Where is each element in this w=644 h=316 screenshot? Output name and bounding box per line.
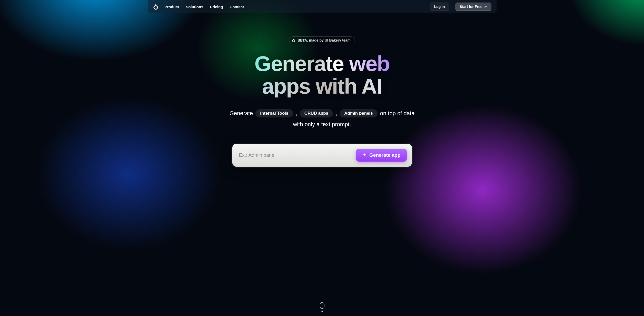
chip-internal-tools[interactable]: Internal Tools: [255, 109, 293, 117]
beta-badge: BETA, made by UI Bakery team: [289, 36, 355, 44]
login-button[interactable]: Log in: [430, 3, 449, 11]
hero-subline: Generate Internal Tools , CRUD apps , Ad…: [230, 109, 415, 117]
top-nav: Product Solutions Pricing Contact Log in…: [148, 0, 497, 13]
arrow-up-right-icon: [484, 5, 487, 8]
sparkle-icon: [362, 153, 367, 157]
generate-app-label: Generate app: [369, 152, 400, 158]
start-for-free-label: Start for Free: [460, 5, 482, 9]
sub-trail: on top of data: [380, 110, 415, 117]
nav-link-product[interactable]: Product: [165, 5, 179, 9]
svg-rect-2: [320, 302, 324, 309]
svg-point-1: [293, 40, 295, 42]
logo-small-icon: [292, 38, 295, 42]
hero-title-line2: apps with AI: [254, 75, 390, 97]
chip-separator: ,: [335, 110, 337, 117]
hero-subline-2: with only a text prompt.: [293, 121, 351, 128]
nav-link-pricing[interactable]: Pricing: [210, 5, 223, 9]
hero-section: BETA, made by UI Bakery team Generate we…: [0, 13, 644, 167]
prompt-box: Generate app: [232, 144, 412, 167]
logo-icon[interactable]: [153, 4, 158, 10]
nav-links: Product Solutions Pricing Contact: [165, 5, 244, 9]
svg-point-0: [154, 6, 157, 9]
start-for-free-button[interactable]: Start for Free: [455, 3, 491, 11]
chip-separator: ,: [296, 110, 297, 117]
nav-link-contact[interactable]: Contact: [230, 5, 244, 9]
hero-title-line1: Generate web: [254, 52, 390, 76]
scroll-hint: [320, 302, 324, 312]
generate-app-button[interactable]: Generate app: [356, 149, 407, 162]
mouse-icon: [320, 302, 324, 309]
chip-crud-apps[interactable]: CRUD apps: [300, 109, 333, 117]
sub-lead: Generate: [230, 110, 253, 117]
chip-admin-panels[interactable]: Admin panels: [340, 109, 377, 117]
nav-link-solutions[interactable]: Solutions: [186, 5, 203, 9]
arrow-down-icon: [321, 310, 323, 312]
beta-badge-label: BETA, made by UI Bakery team: [298, 38, 351, 42]
prompt-input[interactable]: [239, 152, 353, 158]
hero-title: Generate web apps with AI: [254, 52, 390, 97]
